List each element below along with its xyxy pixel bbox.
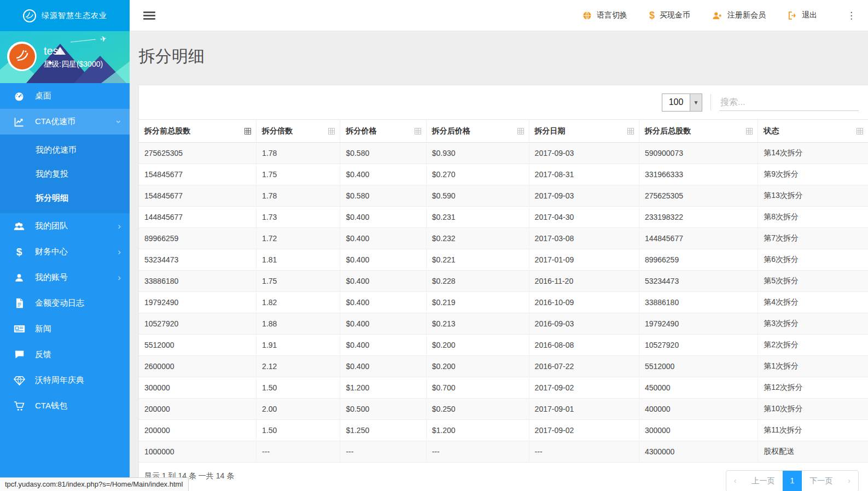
column-grid-icon[interactable] (517, 128, 524, 135)
table-cell: 5512000 (139, 335, 257, 356)
table-cell: $0.400 (340, 313, 426, 335)
column-header[interactable]: 拆分日期 (529, 120, 639, 143)
table-cell: $1.200 (426, 420, 529, 441)
pagination-page-1[interactable]: 1 (783, 471, 802, 491)
globe-icon (582, 11, 592, 20)
sidebar-item-anniversary[interactable]: 沃特周年庆典 (0, 367, 130, 393)
sidebar-item-feedback[interactable]: 反馈 (0, 342, 130, 367)
pagination-next-button[interactable]: 下一页 (802, 471, 840, 491)
column-grid-icon[interactable] (857, 128, 863, 135)
column-header[interactable]: 状态 (758, 120, 868, 143)
table-cell: $0.200 (426, 335, 529, 356)
top-bar-right-menu: 语言切换 $ 买现金币 注册新会员 退出 ⋮ (582, 10, 856, 21)
kebab-menu-icon[interactable]: ⋮ (847, 11, 856, 20)
table-cell: 275625305 (639, 185, 758, 207)
sidebar-subitem-split-detail[interactable]: 拆分明细 (0, 186, 130, 210)
mountain-decoration (101, 58, 130, 83)
sidebar-item-news[interactable]: 新闻 (0, 316, 130, 342)
pagination-prev-arrow[interactable]: ‹ (726, 471, 744, 491)
page-size-select[interactable]: 100 ▼ (662, 93, 702, 112)
table-cell: 2016-07-22 (529, 356, 639, 377)
plane-trail-decoration (71, 39, 96, 43)
table-cell: 300000 (639, 420, 758, 441)
buy-coins-button[interactable]: $ 买现金币 (649, 10, 690, 21)
table-header-row: 拆分前总股数拆分倍数拆分价格拆分后价格拆分日期拆分后总股数状态 (139, 120, 868, 143)
register-member-button[interactable]: 注册新会员 (712, 10, 766, 20)
table-cell: 第13次拆分 (758, 185, 868, 207)
sidebar-item-my-team[interactable]: 我的团队 › (0, 213, 130, 239)
chevron-right-icon: › (118, 273, 121, 282)
sidebar-subitem-my-reinvest[interactable]: 我的复投 (0, 162, 130, 186)
table-cell: 2017-08-31 (529, 164, 639, 185)
logout-button[interactable]: 退出 (788, 10, 817, 20)
table-cell: $0.400 (340, 164, 426, 185)
pagination-prev-button[interactable]: 上一页 (744, 471, 783, 491)
sidebar-item-cta-wallet[interactable]: CTA钱包 (0, 393, 130, 419)
column-header[interactable]: 拆分后价格 (426, 120, 529, 143)
profile-username: test (44, 45, 61, 57)
table-cell: $0.590 (426, 185, 529, 207)
table-cell: 144845677 (639, 228, 758, 249)
table-cell: 2016-11-20 (529, 271, 639, 292)
table-cell: 2016-08-08 (529, 335, 639, 356)
table-cell: 2017-09-01 (529, 399, 639, 420)
column-grid-icon[interactable] (746, 128, 753, 135)
table-cell: $0.213 (426, 313, 529, 335)
buy-coins-label: 买现金币 (660, 10, 690, 20)
table-cell: $0.228 (426, 271, 529, 292)
column-grid-icon[interactable] (415, 128, 421, 135)
table-cell: 2017-09-02 (529, 420, 639, 441)
sidebar-item-label: CTA钱包 (35, 401, 121, 411)
pagination: ‹ 上一页 1 下一页 › (726, 470, 859, 491)
search-input[interactable] (719, 94, 859, 111)
table-row: 2000001.50$1.250$1.2002017-09-02300000第1… (139, 420, 868, 441)
sidebar-item-label: 桌面 (35, 91, 121, 101)
sidebar-item-amount-log[interactable]: 金额变动日志 (0, 290, 130, 316)
table-cell: 第6次拆分 (758, 249, 868, 271)
table-cell: --- (340, 441, 426, 463)
chevron-right-icon: › (118, 221, 121, 231)
table-cell: 200000 (139, 399, 257, 420)
table-row: 26000002.12$0.400$0.2002016-07-225512000… (139, 356, 868, 377)
table-row: 899662591.72$0.400$0.2322017-03-08144845… (139, 228, 868, 249)
column-header[interactable]: 拆分倍数 (257, 120, 340, 143)
hamburger-menu-icon[interactable] (143, 10, 155, 21)
chevron-down-icon[interactable]: ▼ (690, 94, 702, 111)
column-header[interactable]: 拆分价格 (340, 120, 426, 143)
column-grid-icon[interactable] (328, 128, 335, 135)
column-grid-icon[interactable] (627, 128, 634, 135)
table-cell: $0.400 (340, 271, 426, 292)
table-cell: 19792490 (639, 313, 758, 335)
sidebar-item-my-account[interactable]: 我的账号 › (0, 265, 130, 290)
page-size-value: 100 (662, 94, 690, 111)
language-switch-button[interactable]: 语言切换 (582, 10, 627, 20)
users-icon (12, 221, 26, 232)
language-switch-label: 语言切换 (597, 10, 627, 20)
pagination-next-arrow[interactable]: › (840, 471, 858, 491)
table-cell: $0.400 (340, 292, 426, 313)
table-cell: 1.75 (257, 164, 340, 185)
avatar[interactable] (7, 42, 37, 71)
table-cell: 2017-03-08 (529, 228, 639, 249)
sidebar-submenu: 我的优速币 我的复投 拆分明细 (0, 135, 130, 213)
column-header[interactable]: 拆分后总股数 (639, 120, 758, 143)
sidebar-item-label: 我的团队 (35, 221, 118, 231)
file-icon (12, 298, 26, 308)
column-header[interactable]: 拆分前总股数 (139, 120, 257, 143)
table-cell: --- (257, 441, 340, 463)
column-grid-icon[interactable] (244, 128, 251, 135)
table-cell: 2016-09-03 (529, 313, 639, 335)
table-row: 2000002.00$0.500$0.2502017-09-01400000第1… (139, 399, 868, 420)
sidebar-subitem-my-coin[interactable]: 我的优速币 (0, 138, 130, 162)
brand-logo-area[interactable]: 绿源智慧生态农业 (0, 0, 130, 31)
table-cell: 1.78 (257, 143, 340, 164)
table-cell: 33886180 (639, 292, 758, 313)
sidebar-item-desktop[interactable]: 桌面 (0, 83, 130, 109)
sidebar-item-cta-coin[interactable]: CTA优速币 › (0, 109, 130, 135)
sidebar-item-label: CTA优速币 (35, 116, 118, 127)
table-cell: $0.400 (340, 207, 426, 228)
sidebar-item-label: 新闻 (35, 324, 121, 334)
table-card: 100 ▼ 拆分前总股数拆分倍数拆分价格拆分后价格拆分日期拆分后总股数状态 27… (138, 85, 868, 491)
table-cell: 1.88 (257, 313, 340, 335)
sidebar-item-finance-center[interactable]: $ 财务中心 › (0, 239, 130, 265)
